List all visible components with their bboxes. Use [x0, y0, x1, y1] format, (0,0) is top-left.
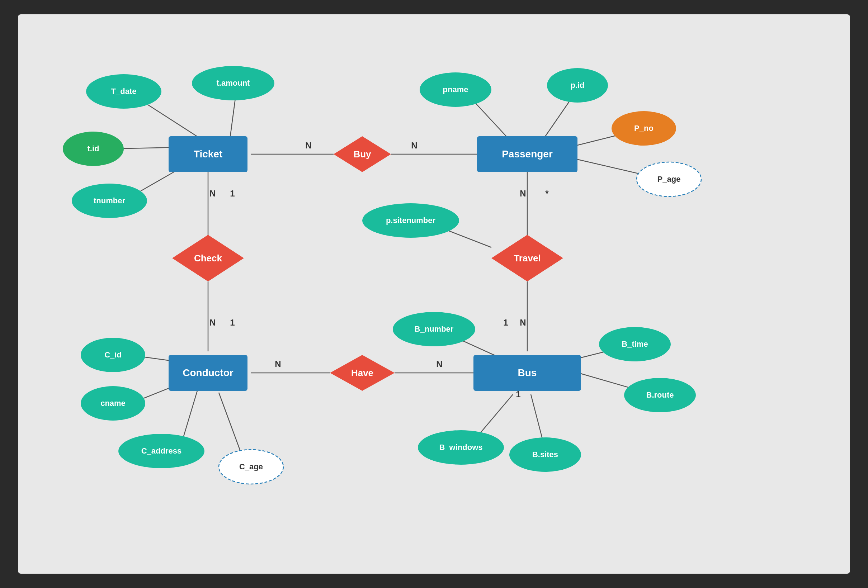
card-travel-bus-1: 1: [503, 318, 508, 327]
relation-buy-label: Buy: [353, 149, 371, 159]
entity-passenger-label: Passenger: [502, 149, 553, 159]
attr-tnumber-label: tnumber: [94, 196, 125, 205]
attr-t-amount-label: t.amount: [217, 78, 250, 87]
card-check-conductor-1: 1: [230, 318, 235, 327]
attr-p-sitenumber-label: p.sitenumber: [386, 216, 436, 225]
card-ticket-buy-n: N: [305, 140, 311, 150]
relation-have-label: Have: [351, 367, 373, 378]
attr-cname-label: cname: [100, 399, 125, 408]
attr-b-route-label: B.route: [647, 391, 674, 399]
card-conductor-have-n: N: [275, 359, 281, 369]
card-ticket-check-1: 1: [230, 189, 235, 198]
svg-line-25: [531, 394, 543, 443]
entity-ticket-label: Ticket: [194, 149, 222, 159]
attr-c-age-label: C_age: [239, 462, 263, 471]
card-check-conductor-n: N: [210, 318, 216, 327]
attr-b-number-label: B_number: [415, 324, 454, 333]
card-ticket-check-n: N: [210, 189, 216, 198]
attr-p-id-label: p.id: [570, 81, 584, 90]
attr-pname-label: pname: [443, 85, 468, 94]
attr-b-windows-label: B_windows: [439, 443, 483, 452]
card-have-bus-n: N: [436, 359, 442, 369]
card-have-bus-1: 1: [516, 389, 520, 399]
diagram-container: N N 1 N 1 N 1 N * N 1 N N 1 Ticket Passe…: [18, 14, 850, 574]
attr-p-age-label: P_age: [657, 175, 681, 184]
entity-bus-label: Bus: [518, 367, 537, 378]
attr-b-sites-label: B.sites: [532, 450, 558, 459]
attr-b-time-label: B_time: [621, 339, 648, 348]
attr-p-no-label: P_no: [634, 124, 654, 133]
card-travel-bus-n: N: [520, 318, 526, 327]
attr-t-id-label: t.id: [87, 144, 99, 153]
attr-t-date-label: T_date: [111, 87, 137, 96]
card-passenger-travel-n: N: [520, 189, 526, 198]
card-passenger-travel-star: *: [545, 189, 549, 198]
relation-travel-label: Travel: [514, 253, 540, 264]
relation-check-label: Check: [194, 253, 222, 264]
attr-c-id-label: C_id: [104, 350, 122, 359]
card-buy-passenger-n: N: [411, 140, 417, 150]
attr-c-address-label: C_address: [141, 447, 182, 455]
entity-conductor-label: Conductor: [183, 367, 233, 378]
